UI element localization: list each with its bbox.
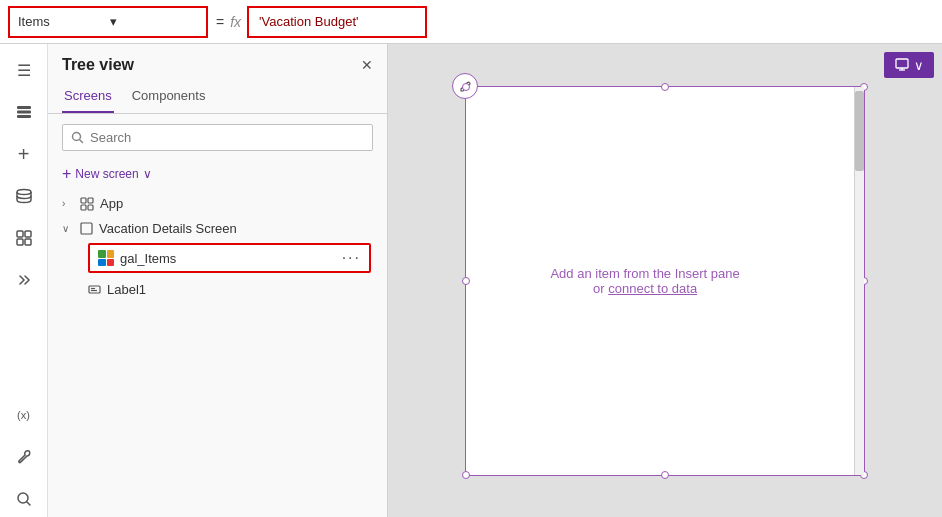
tree-tabs: Screens Components <box>48 82 387 114</box>
plus-icon[interactable]: + <box>6 136 42 172</box>
more-options-button[interactable]: ··· <box>342 249 361 267</box>
tree-item-app[interactable]: › App <box>48 191 387 216</box>
svg-rect-4 <box>17 231 23 237</box>
screen-scrollbar[interactable] <box>854 87 864 475</box>
canvas-placeholder-text: Add an item from the Insert pane or conn… <box>546 266 745 296</box>
svg-rect-20 <box>896 59 908 68</box>
svg-rect-17 <box>89 286 100 293</box>
tree-item-gal-items[interactable]: gal_Items ··· <box>88 243 371 273</box>
app-preview-button[interactable]: ∨ <box>884 52 934 78</box>
svg-rect-0 <box>17 106 31 109</box>
chevron-down-icon: ∨ <box>62 223 74 234</box>
dropdown-arrow-icon: ▾ <box>110 14 198 29</box>
svg-line-11 <box>80 140 83 143</box>
svg-rect-12 <box>81 198 86 203</box>
svg-rect-1 <box>17 111 31 114</box>
app-icon <box>80 197 94 211</box>
canvas-top-right: ∨ <box>884 52 934 78</box>
vacation-screen-label: Vacation Details Screen <box>99 221 237 236</box>
svg-rect-15 <box>88 205 93 210</box>
tree-item-vacation-screen[interactable]: ∨ Vacation Details Screen <box>48 216 387 241</box>
tab-components[interactable]: Components <box>130 82 208 113</box>
search-icon[interactable] <box>6 481 42 517</box>
scrollbar-thumb <box>855 91 864 171</box>
handle-bot-left[interactable] <box>462 471 470 479</box>
svg-rect-7 <box>25 239 31 245</box>
handle-bot-center[interactable] <box>661 471 669 479</box>
connect-data-link[interactable]: connect to data <box>608 281 697 296</box>
handle-top-center[interactable] <box>661 83 669 91</box>
gallery-icon <box>98 250 114 266</box>
tree-header: Tree view ✕ <box>48 44 387 82</box>
monitor-icon <box>894 57 910 73</box>
search-box <box>62 124 373 151</box>
svg-rect-16 <box>81 223 92 234</box>
close-button[interactable]: ✕ <box>361 57 373 73</box>
canvas-area: ∨ Add an item from <box>388 44 942 517</box>
sidebar-icons: ☰ + (x) <box>0 44 48 517</box>
label1-label: Label1 <box>107 282 146 297</box>
grid-icon[interactable] <box>6 220 42 256</box>
svg-rect-6 <box>17 239 23 245</box>
variable-icon[interactable]: (x) <box>6 397 42 433</box>
top-bar: Items ▾ = fx 'Vacation Budget' <box>0 0 942 44</box>
tree-item-label1[interactable]: Label1 <box>48 277 387 302</box>
tree-items: › App ∨ Vacation Details Screen <box>48 191 387 517</box>
new-screen-button[interactable]: + New screen ∨ <box>48 161 387 191</box>
formula-value: 'Vacation Budget' <box>259 14 358 29</box>
svg-point-3 <box>17 190 31 195</box>
equals-sign: = <box>216 14 224 30</box>
svg-rect-13 <box>88 198 93 203</box>
search-input[interactable] <box>90 130 364 145</box>
property-dropdown[interactable]: Items ▾ <box>8 6 208 38</box>
app-label: App <box>100 196 123 211</box>
label-icon <box>88 283 101 296</box>
tab-screens[interactable]: Screens <box>62 82 114 113</box>
formula-area: = fx 'Vacation Budget' <box>216 6 934 38</box>
tree-title: Tree view <box>62 56 134 74</box>
wrench-icon[interactable] <box>6 439 42 475</box>
fx-label: fx <box>230 14 241 30</box>
new-screen-caret: ∨ <box>143 167 152 181</box>
gal-items-label: gal_Items <box>120 251 336 266</box>
svg-rect-5 <box>25 231 31 237</box>
search-icon-small <box>71 131 84 144</box>
database-icon[interactable] <box>6 178 42 214</box>
insert-pane-text: Add an item from the Insert pane <box>550 266 739 281</box>
formula-box[interactable]: 'Vacation Budget' <box>247 6 427 38</box>
chevron-right-icon: › <box>62 198 74 209</box>
chevrons-right-icon[interactable] <box>6 262 42 298</box>
main-layout: ☰ + (x) Tree view ✕ Screens <box>0 44 942 517</box>
screen-icon <box>80 222 93 235</box>
screen-frame: Add an item from the Insert pane or conn… <box>465 86 865 476</box>
app-button-caret: ∨ <box>914 58 924 73</box>
handle-mid-left[interactable] <box>462 277 470 285</box>
svg-line-9 <box>27 502 30 505</box>
property-label: Items <box>18 14 106 29</box>
hamburger-icon[interactable]: ☰ <box>6 52 42 88</box>
tree-panel: Tree view ✕ Screens Components + New scr… <box>48 44 388 517</box>
svg-rect-14 <box>81 205 86 210</box>
svg-rect-2 <box>17 115 31 118</box>
new-screen-label: New screen <box>75 167 138 181</box>
handle-top-left[interactable] <box>462 83 470 91</box>
layers-icon[interactable] <box>6 94 42 130</box>
